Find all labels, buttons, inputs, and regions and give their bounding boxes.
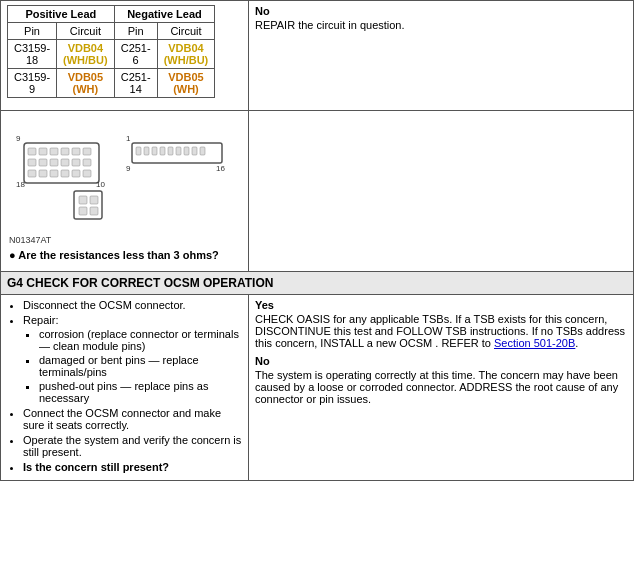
main-table: Positive Lead Negative Lead Pin Circuit … — [0, 0, 634, 481]
list-item: Operate the system and verify the concer… — [23, 434, 242, 458]
g4-right-cell: Yes CHECK OASIS for any applicable TSBs.… — [248, 295, 633, 481]
svg-rect-10 — [50, 159, 58, 166]
neg-circuit-2: VDB05(WH) — [157, 69, 215, 98]
g4-instructions-list: Disconnect the OCSM connector. Repair: c… — [7, 299, 242, 473]
svg-rect-11 — [61, 159, 69, 166]
svg-text:10: 10 — [96, 180, 105, 189]
question-text: ● Are the resistances less than 3 ohms? — [9, 249, 240, 261]
svg-rect-17 — [61, 170, 69, 177]
svg-rect-4 — [50, 148, 58, 155]
table-row: C3159-9 VDB05(WH) C251-14 VDB05(WH) — [8, 69, 215, 98]
svg-rect-7 — [83, 148, 91, 155]
list-item: corrosion (replace connector or terminal… — [39, 328, 242, 352]
no-content: The system is operating correctly at thi… — [255, 369, 627, 405]
pin-col-header-2: Pin — [114, 23, 157, 40]
g4-content-row: Disconnect the OCSM connector. Repair: c… — [1, 295, 634, 481]
svg-rect-16 — [50, 170, 58, 177]
left-circuit-cell: Positive Lead Negative Lead Pin Circuit … — [1, 1, 249, 111]
n-label: N01347AT — [9, 235, 240, 245]
list-item: Connect the OCSM connector and make sure… — [23, 407, 242, 431]
neg-circuit-1: VDB04(WH/BU) — [157, 40, 215, 69]
no-label-top: No — [255, 5, 627, 17]
svg-rect-18 — [72, 170, 80, 177]
svg-rect-15 — [39, 170, 47, 177]
circuit-col-header-2: Circuit — [157, 23, 215, 40]
repair-sublist: corrosion (replace connector or terminal… — [23, 328, 242, 404]
g4-header-cell: G4 CHECK FOR CORRECT OCSM OPERATION — [1, 272, 634, 295]
svg-rect-26 — [152, 147, 157, 155]
pos-circuit-2: VDB05(WH) — [57, 69, 115, 98]
svg-rect-9 — [39, 159, 47, 166]
top-right-cell: No REPAIR the circuit in question. — [248, 1, 633, 111]
g4-left-cell: Disconnect the OCSM connector. Repair: c… — [1, 295, 249, 481]
svg-rect-29 — [176, 147, 181, 155]
svg-rect-19 — [83, 170, 91, 177]
neg-lead-header: Negative Lead — [114, 6, 215, 23]
yes-label: Yes — [255, 299, 627, 311]
svg-rect-39 — [90, 207, 98, 215]
top-row: Positive Lead Negative Lead Pin Circuit … — [1, 1, 634, 111]
connector-diagram: 9 1 — [14, 121, 234, 231]
svg-rect-36 — [79, 196, 87, 204]
pos-lead-header: Positive Lead — [8, 6, 115, 23]
pos-pin-2: C3159-9 — [8, 69, 57, 98]
g4-header-text: G4 CHECK FOR CORRECT OCSM OPERATION — [7, 276, 273, 290]
pin-col-header-1: Pin — [8, 23, 57, 40]
svg-rect-13 — [83, 159, 91, 166]
neg-pin-2: C251-14 — [114, 69, 157, 98]
yes-content: CHECK OASIS for any applicable TSBs. If … — [255, 313, 627, 349]
svg-rect-6 — [72, 148, 80, 155]
svg-text:9: 9 — [16, 134, 21, 143]
repair-text: REPAIR the circuit in question. — [255, 19, 405, 31]
svg-rect-3 — [39, 148, 47, 155]
list-item: Is the concern still present? — [23, 461, 242, 473]
diagram-row: 9 1 — [1, 111, 634, 272]
svg-rect-2 — [28, 148, 36, 155]
svg-rect-12 — [72, 159, 80, 166]
svg-rect-25 — [144, 147, 149, 155]
list-item: pushed-out pins — replace pins as necess… — [39, 380, 242, 404]
svg-text:1: 1 — [126, 134, 131, 143]
circuit-col-header-1: Circuit — [57, 23, 115, 40]
diagram-right-cell — [248, 111, 633, 272]
svg-text:16: 16 — [216, 164, 225, 173]
svg-rect-24 — [136, 147, 141, 155]
svg-text:18: 18 — [16, 180, 25, 189]
svg-rect-5 — [61, 148, 69, 155]
svg-text:9: 9 — [126, 164, 131, 173]
svg-rect-28 — [168, 147, 173, 155]
svg-rect-32 — [200, 147, 205, 155]
g4-header-row: G4 CHECK FOR CORRECT OCSM OPERATION — [1, 272, 634, 295]
no-text: No — [255, 355, 270, 367]
list-item: Disconnect the OCSM connector. — [23, 299, 242, 311]
svg-rect-8 — [28, 159, 36, 166]
table-row: C3159-18 VDB04(WH/BU) C251-6 VDB04(WH/BU… — [8, 40, 215, 69]
svg-rect-30 — [184, 147, 189, 155]
pos-pin-1: C3159-18 — [8, 40, 57, 69]
svg-rect-38 — [79, 207, 87, 215]
pos-circuit-1: VDB04(WH/BU) — [57, 40, 115, 69]
circuit-table: Positive Lead Negative Lead Pin Circuit … — [7, 5, 215, 98]
list-item: Repair: corrosion (replace connector or … — [23, 314, 242, 404]
svg-rect-37 — [90, 196, 98, 204]
neg-pin-1: C251-6 — [114, 40, 157, 69]
yes-text: Yes — [255, 299, 274, 311]
diagram-cell: 9 1 — [1, 111, 249, 272]
no-label-g4: No — [255, 355, 627, 367]
svg-rect-27 — [160, 147, 165, 155]
section-link[interactable]: Section 501-20B — [494, 337, 575, 349]
svg-rect-31 — [192, 147, 197, 155]
list-item: damaged or bent pins — replace terminals… — [39, 354, 242, 378]
svg-rect-14 — [28, 170, 36, 177]
